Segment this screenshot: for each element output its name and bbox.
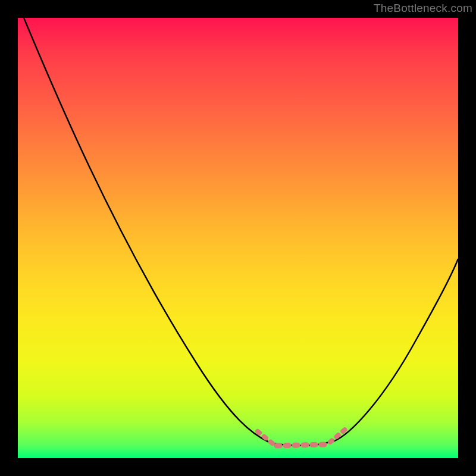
plot-area bbox=[18, 18, 458, 458]
flat-marker-center bbox=[277, 444, 327, 446]
watermark-text: TheBottleneck.com bbox=[374, 2, 472, 15]
main-curve bbox=[24, 18, 458, 446]
curve-layer bbox=[18, 18, 458, 458]
chart-frame: TheBottleneck.com bbox=[0, 0, 476, 476]
